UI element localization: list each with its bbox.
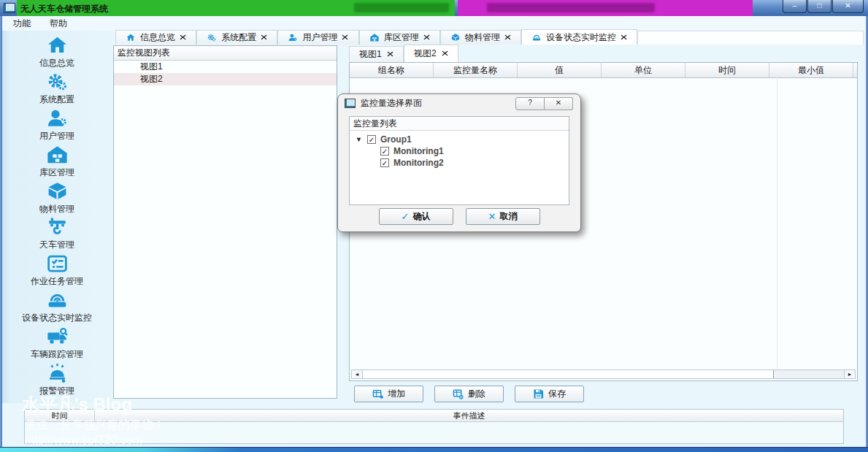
column-header-group-name[interactable]: 组名称 [350, 63, 434, 77]
sidebar-item-label: 车辆跟踪管理 [31, 348, 83, 361]
sidebar-item-system-config[interactable]: 系统配置 [2, 71, 112, 106]
window-title: 无人天车仓储管理系统 [20, 3, 108, 15]
dialog-help-button[interactable]: ? [515, 97, 545, 110]
dialog-close-button[interactable]: ✕ [545, 97, 573, 110]
close-button[interactable]: ✕ [832, 0, 864, 13]
menu-item-help[interactable]: 帮助 [50, 18, 67, 30]
tree-item-row[interactable]: ✓ Monitoring1 [350, 145, 569, 157]
save-icon [533, 388, 544, 399]
maximize-button[interactable]: □ [807, 0, 831, 13]
item-checkbox[interactable]: ✓ [380, 147, 389, 156]
add-button[interactable]: 增加 [354, 386, 423, 402]
item-checkbox[interactable]: ✓ [380, 158, 389, 167]
tab-user-management[interactable]: 用户管理 ✕ [277, 30, 358, 45]
sidebar-item-device-monitor[interactable]: 设备状态实时监控 [2, 289, 112, 324]
dialog-icon [345, 99, 356, 108]
delete-button-label: 删除 [468, 388, 485, 400]
sidebar-item-label: 系统配置 [39, 93, 74, 106]
column-header-time[interactable]: 时间 [685, 63, 769, 77]
device-monitor-icon [45, 289, 69, 311]
chevron-down-icon[interactable]: ▼ [356, 136, 363, 143]
tree-item-label: Monitoring1 [393, 146, 444, 156]
truck-search-icon [45, 326, 69, 348]
device-monitor-icon [531, 33, 542, 42]
event-table-header: 时间 事件描述 [25, 410, 843, 422]
crane-icon [45, 216, 69, 238]
sidebar-item-label: 报警管理 [39, 385, 74, 397]
tree-group-label: Group1 [380, 134, 412, 145]
menu-item-function[interactable]: 功能 [13, 18, 31, 30]
horizontal-scrollbar[interactable]: ◄ ► [351, 369, 856, 379]
menubar: 功能 帮助 [2, 16, 866, 31]
column-header-value[interactable]: 值 [518, 63, 602, 77]
tab-close-icon[interactable]: ✕ [179, 33, 188, 42]
save-button[interactable]: 保存 [515, 386, 584, 402]
home-icon [45, 34, 69, 56]
monitor-list-groupbox: 监控量列表 ▼ ✓ Group1 ✓ Monitoring1 ✓ Monitor… [349, 116, 569, 205]
tab-close-icon[interactable]: ✕ [504, 33, 512, 42]
column-header-min-value[interactable]: 最小值 [769, 63, 853, 77]
scroll-right-icon[interactable]: ► [844, 370, 855, 378]
list-item-view2[interactable]: 视图2 [114, 73, 337, 85]
tab-close-icon[interactable]: ✕ [440, 49, 449, 58]
cancel-button-label: 取消 [499, 210, 517, 223]
tab-close-icon[interactable]: ✕ [423, 33, 431, 42]
sidebar-item-crane-management[interactable]: 天车管理 [2, 216, 112, 251]
sidebar-item-label: 作业任务管理 [31, 275, 83, 288]
delete-table-icon [453, 388, 464, 399]
tab-close-icon[interactable]: ✕ [386, 50, 395, 59]
tree-group-row[interactable]: ▼ ✓ Group1 [350, 134, 569, 145]
tab-label: 用户管理 [302, 31, 337, 44]
view-tab-label: 视图2 [414, 47, 437, 60]
tree-item-row[interactable]: ✓ Monitoring2 [350, 157, 569, 169]
view-tab-2[interactable]: 视图2 ✕ [404, 45, 458, 62]
sidebar-item-label: 用户管理 [39, 130, 74, 142]
home-icon [126, 33, 136, 42]
tab-close-icon[interactable]: ✕ [620, 33, 629, 42]
tab-info-overview[interactable]: 信息总览 ✕ [115, 30, 196, 45]
scroll-left-icon[interactable]: ◄ [352, 370, 363, 378]
sidebar-item-user-management[interactable]: 用户管理 [2, 107, 112, 142]
titlebar-magenta-highlight [458, 0, 753, 16]
app-icon [4, 3, 15, 13]
sidebar-item-alarm-management[interactable]: 报警管理 [2, 362, 112, 397]
event-column-time: 时间 [25, 410, 95, 421]
tab-material-management[interactable]: 物料管理 ✕ [440, 30, 521, 45]
sidebar-item-vehicle-tracking[interactable]: 车辆跟踪管理 [2, 326, 112, 361]
minimize-button[interactable]: – [783, 0, 807, 13]
tab-device-monitor[interactable]: 设备状态实时监控 ✕ [521, 29, 637, 45]
dialog-controls: ? ✕ [515, 97, 573, 110]
column-header-unit[interactable]: 单位 [602, 63, 685, 77]
box-icon [450, 33, 461, 42]
window-border-left [0, 16, 2, 452]
alarm-icon [45, 362, 69, 384]
window-border-bottom [0, 447, 868, 452]
confirm-button[interactable]: ✓ 确认 [379, 208, 453, 225]
monitor-list-header: 监控量列表 [350, 117, 569, 131]
view-tab-1[interactable]: 视图1 ✕ [349, 46, 404, 62]
sidebar-item-info-overview[interactable]: 信息总览 [2, 34, 112, 69]
column-header-monitor-name[interactable]: 监控量名称 [434, 63, 518, 77]
scrollbar-track[interactable] [774, 370, 844, 378]
app-window: 无人天车仓储管理系统 – □ ✕ 功能 帮助 信息总览 系统配置 用户管理 库区… [0, 0, 868, 452]
tab-close-icon[interactable]: ✕ [341, 33, 350, 42]
delete-button[interactable]: 删除 [434, 386, 504, 402]
gears-icon [45, 71, 69, 93]
tab-warehouse-management[interactable]: 库区管理 ✕ [359, 30, 440, 45]
sidebar-item-warehouse-management[interactable]: 库区管理 [2, 144, 112, 179]
event-column-description: 事件描述 [95, 410, 843, 421]
user-gear-icon [288, 33, 298, 42]
cancel-button[interactable]: ✕ 取消 [466, 208, 540, 225]
tab-system-config[interactable]: 系统配置 ✕ [196, 30, 277, 45]
tree-item-label: Monitoring2 [393, 158, 444, 168]
group-checkbox[interactable]: ✓ [367, 135, 376, 144]
tab-close-icon[interactable]: ✕ [260, 33, 269, 42]
list-item-view1[interactable]: 视图1 [114, 61, 337, 73]
monitor-tree: ▼ ✓ Group1 ✓ Monitoring1 ✓ Monitoring2 [350, 131, 569, 169]
tabbar-filler [637, 31, 864, 45]
save-button-label: 保存 [548, 388, 566, 400]
sidebar-item-material-management[interactable]: 物料管理 [2, 180, 112, 215]
sidebar-item-task-management[interactable]: 作业任务管理 [2, 253, 112, 288]
sidebar-item-label: 物料管理 [39, 203, 74, 215]
scrollbar-thumb[interactable] [363, 370, 774, 378]
